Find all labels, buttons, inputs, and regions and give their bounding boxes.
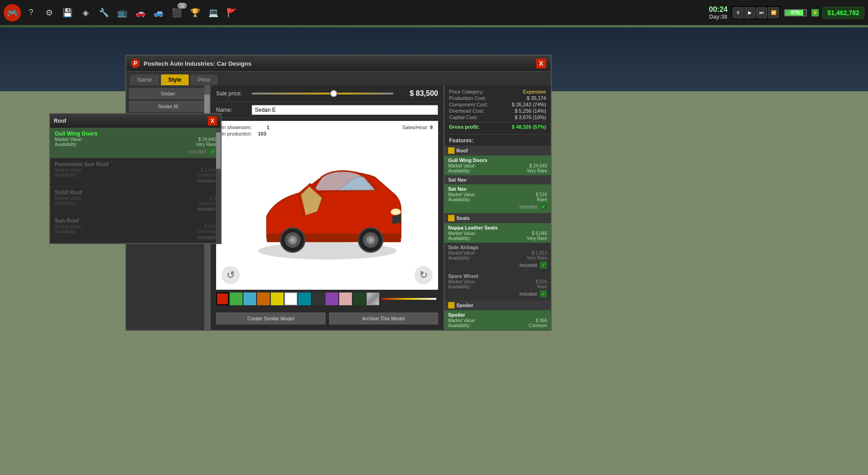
roof-item-panoramic[interactable]: Panoramic Sun Roof Market Value: $ 1,649… — [50, 158, 221, 187]
rotate-right-button[interactable]: ↻ — [414, 266, 433, 284]
sales-hour-label: Sales/Hour: — [402, 125, 428, 130]
feature-cat-roof[interactable]: Roof — [444, 146, 551, 156]
roof-item-gull-wing[interactable]: Gull Wing Doors Market Value: $ 24,640 A… — [50, 128, 221, 158]
color-orange[interactable] — [257, 292, 270, 305]
main-close-button[interactable]: X — [536, 58, 546, 68]
sun-roof-detail: Market Value: $ 950 — [55, 224, 216, 229]
sun-roof-included: Included: — [55, 235, 216, 240]
archive-button[interactable]: Archive This Model — [329, 313, 439, 324]
price-row: Sale price: $ 83,500 — [211, 85, 444, 102]
color-swatches — [211, 292, 444, 309]
monitor-button[interactable]: 💻 — [205, 5, 222, 21]
tool-button[interactable]: 🔧 — [96, 5, 112, 21]
seats-cat-icon — [448, 215, 455, 221]
color-green[interactable] — [230, 292, 243, 305]
play-button[interactable]: ▶ — [744, 7, 755, 18]
layers-button[interactable]: ◈ — [78, 5, 94, 21]
model-sedan-m[interactable]: Sedan M — [129, 101, 207, 112]
spoiler-cat-icon — [448, 302, 455, 308]
component-cost-value: $ 26,242 (74%) — [512, 102, 546, 107]
feature-sat-nav[interactable]: Sat Nav Market Value: $ 516 Availability… — [444, 184, 551, 213]
gull-wing-roof-avail: Availability: Very Rare — [55, 142, 216, 147]
pause-button[interactable]: ⏸ — [733, 7, 744, 18]
fast-forward-button[interactable]: ⏭ — [756, 7, 767, 18]
color-pink[interactable] — [339, 292, 352, 305]
badge: 32 — [177, 3, 187, 9]
feature-cat-spoiler[interactable]: Spoiler — [444, 300, 551, 310]
roof-item-sun[interactable]: Sun Roof Market Value: $ 950 Availabilit… — [50, 215, 221, 243]
color-metallic[interactable] — [367, 292, 379, 305]
color-teal[interactable] — [298, 292, 311, 305]
feature-side-airbags[interactable]: Side Airbags Market Value: $ 1,013 Avail… — [444, 243, 551, 271]
help-button[interactable]: ? — [23, 5, 39, 21]
gull-wing-roof-avail-value: Very Rare — [196, 142, 216, 147]
overhead-value: $ 5,256 (14%) — [515, 108, 546, 114]
color-purple[interactable] — [326, 292, 338, 305]
color-dark-gray[interactable] — [312, 292, 325, 305]
in-showroom-value: 1 — [267, 125, 269, 130]
color-white[interactable] — [284, 292, 297, 305]
nappa-avail-label: Availability: — [448, 236, 471, 241]
color-red[interactable] — [216, 292, 229, 305]
color-gradient-bar[interactable] — [382, 298, 436, 300]
car1-button[interactable]: 🚗 — [132, 5, 149, 21]
gull-wing-roof-included-label: Included: — [188, 149, 207, 154]
profit-row: Gross profit: $ 48,326 (57%) — [449, 122, 546, 130]
price-slider-container[interactable] — [252, 89, 393, 98]
roof-cat-label: Roof — [456, 148, 468, 153]
sat-nav-avail-row: Availability: Rare — [448, 197, 547, 202]
flag-button[interactable]: 🚩 — [223, 5, 240, 21]
grid-button[interactable]: ⬛ 32 — [169, 5, 185, 21]
feature-spoiler[interactable]: Spoiler Market Value: $ 366 Availability… — [444, 310, 551, 330]
feature-gull-wing[interactable]: Gull Wing Doors Market Value: $ 24,640 A… — [444, 156, 551, 175]
spare-wheel-avail-label: Availability: — [448, 284, 471, 289]
feature-cat-seats[interactable]: Seats — [444, 213, 551, 223]
day-display: Day:38 — [709, 14, 728, 20]
roof-item-solid[interactable]: Solid Roof Market Value: $ 0 Availabilit… — [50, 187, 221, 215]
tab-price[interactable]: Price — [191, 74, 217, 85]
roof-scroll[interactable] — [216, 128, 221, 243]
car-display: In showroom: 1 Sales/Hour: 9 In producti… — [216, 121, 438, 290]
car2-button[interactable]: 🚙 — [150, 5, 167, 21]
spoiler-cat-label: Spoiler — [456, 303, 473, 308]
save-button[interactable]: 💾 — [59, 5, 76, 21]
capital-row: Capital Cost: $ 3,676 (10%) — [449, 115, 546, 120]
sat-nav-included-row: Included: ✓ — [448, 202, 547, 211]
dialog-titlebar: P Positech Auto Industries: Car Designs … — [126, 56, 551, 72]
feature-nappa[interactable]: Nappa Leather Seats Market Value: $ 5,04… — [444, 223, 551, 243]
logo-button[interactable]: 🎮 — [4, 4, 21, 21]
color-dark-green[interactable] — [353, 292, 366, 305]
rotate-left-button[interactable]: ↺ — [222, 266, 240, 284]
settings-button[interactable]: ⚙ — [41, 5, 57, 21]
sun-roof-name: Sun Roof — [55, 218, 216, 224]
production-stat: In production: 103 — [222, 131, 266, 136]
fastest-button[interactable]: ⏩ — [768, 7, 779, 18]
spare-wheel-name: Spare Wheel — [448, 273, 547, 279]
dialog-tabs: Name Style Price — [126, 72, 551, 85]
create-similar-button[interactable]: Create Similar Model — [216, 313, 326, 324]
feature-spare-wheel[interactable]: Spare Wheel Market Value: $ 625 Availabi… — [444, 271, 551, 300]
price-slider-thumb[interactable] — [330, 90, 337, 97]
feature-cat-satnav[interactable]: Sat Nav — [444, 175, 551, 184]
solid-roof-avail-label: Availability: — [55, 201, 78, 206]
trophy-button[interactable]: 🏆 — [187, 5, 203, 21]
model-sedan[interactable]: Sedan — [129, 88, 207, 99]
color-yellow[interactable] — [271, 292, 284, 305]
spare-wheel-value-row: Market Value: $ 625 — [448, 279, 547, 284]
sales-hour-value: 9 — [430, 125, 433, 130]
tab-style[interactable]: Style — [161, 74, 189, 85]
solid-roof-included-label: Included: — [197, 207, 216, 212]
solid-roof-avail-value: Common — [197, 201, 216, 206]
roof-close-button[interactable]: X — [208, 116, 217, 125]
features-list: Roof Gull Wing Doors Market Value: $ 24,… — [444, 146, 551, 330]
tab-name[interactable]: Name — [130, 74, 159, 85]
color-cyan[interactable] — [243, 292, 256, 305]
tv-button[interactable]: 📺 — [114, 5, 130, 21]
airbags-avail-row: Availability: Very Rare — [448, 256, 547, 261]
spoiler-avail-label: Availability: — [448, 323, 471, 328]
overhead-row: Overhead Cost: $ 5,256 (14%) — [449, 108, 546, 114]
nappa-avail-value: Very Rare — [527, 236, 547, 241]
name-input[interactable] — [252, 105, 438, 115]
panoramic-roof-avail: Availability: Common — [55, 172, 216, 177]
category-row: Price Category: Expensive — [449, 89, 546, 94]
